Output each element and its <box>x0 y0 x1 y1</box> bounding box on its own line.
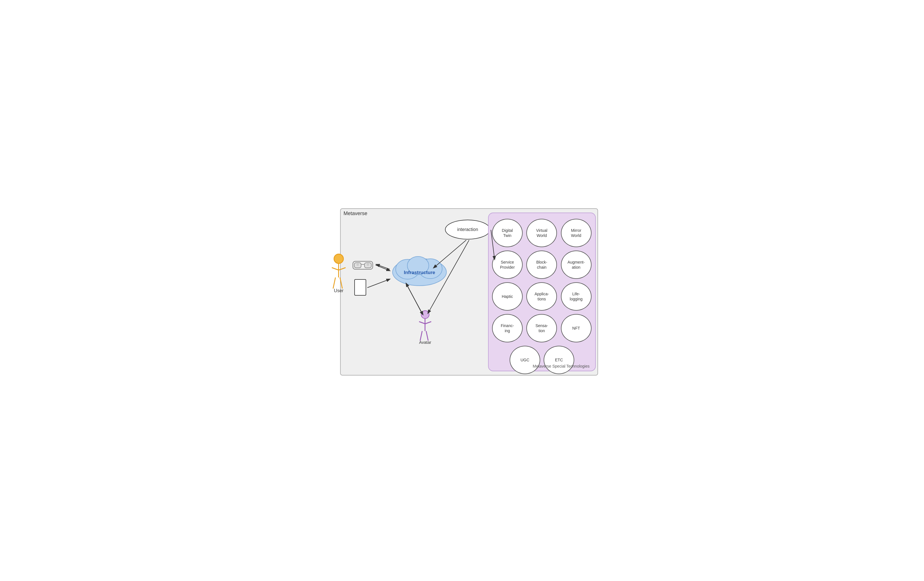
svg-rect-4 <box>356 264 359 266</box>
tech-circle-digital-twin: DigitalTwin <box>492 219 523 247</box>
interaction-label: interaction <box>457 227 478 232</box>
tech-grid-main: DigitalTwin VirtualWorld MirrorWorld Ser… <box>492 219 592 342</box>
tech-circle-nft: NFT <box>561 314 592 342</box>
tech-circle-sensation: Sensa-tion <box>526 314 557 342</box>
infrastructure-cloud: Infrastructure <box>388 251 450 289</box>
tech-circle-etc: ETC <box>544 346 574 374</box>
infrastructure-label: Infrastructure <box>404 270 436 275</box>
tech-circle-augmentation: Augment-ation <box>561 251 592 279</box>
tech-circle-financing: Financ-ing <box>492 314 523 342</box>
tech-panel-label: Metaverse Special Technologies <box>533 364 589 368</box>
tech-circle-lifelogging: Life-logging <box>561 282 592 310</box>
user-label: User <box>334 288 343 293</box>
tech-panel: DigitalTwin VirtualWorld MirrorWorld Ser… <box>488 213 596 371</box>
user-head <box>333 254 344 264</box>
interaction-ellipse: interaction <box>445 220 490 239</box>
vr-goggles <box>351 258 374 273</box>
tech-circle-mirror-world: MirrorWorld <box>561 219 592 247</box>
tech-circle-service-provider: ServiceProvider <box>492 251 523 279</box>
metaverse-label: Metaverse <box>343 211 367 216</box>
svg-rect-5 <box>367 264 369 266</box>
phone-device <box>354 279 366 295</box>
tech-circle-ugc: UGC <box>510 346 540 374</box>
diagram-container: Metaverse User <box>323 203 601 378</box>
tech-circle-blockchain: Block-chain <box>526 251 557 279</box>
phone-rect <box>354 279 366 295</box>
tech-circle-haptic: Haptic <box>492 282 523 310</box>
avatar-figure: Avatar <box>417 310 434 345</box>
avatar-label: Avatar <box>419 340 431 345</box>
avatar-head <box>421 310 429 319</box>
tech-circle-virtual-world: VirtualWorld <box>526 219 557 247</box>
tech-circle-applications: Applica-tions <box>526 282 557 310</box>
user-figure: User <box>329 254 349 293</box>
